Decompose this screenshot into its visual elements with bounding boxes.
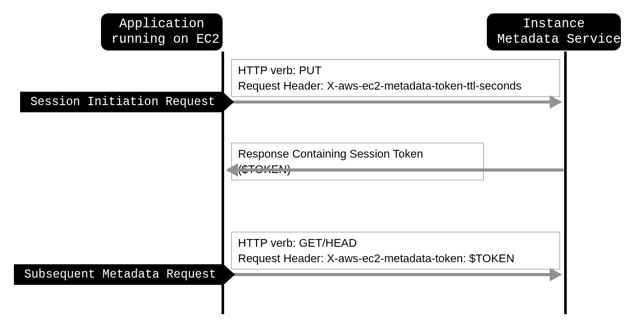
message-put-line2: Request Header: X-aws-ec2-metadata-token… [238,78,553,94]
message-get-request-box: HTTP verb: GET/HEAD Request Header: X-aw… [231,232,560,269]
participant-metadata-service: Instance Metadata Service [487,13,621,50]
arrow-get-request [225,273,560,276]
arrowhead-icon [224,264,235,285]
lifeline-metadata-service [564,52,567,314]
message-get-line2: Request Header: X-aws-ec2-metadata-token… [238,251,553,266]
message-token-response-text: Response Containing Session Token ($TOKE… [238,146,477,177]
sequence-diagram: { "participants": { "left": "Application… [0,0,644,323]
participant-application: Application running on EC2 [101,13,223,50]
side-label-subsequent-request-text: Subsequent Metadata Request [14,264,224,285]
message-put-request-box: HTTP verb: PUT Request Header: X-aws-ec2… [231,59,560,97]
side-label-session-initiation-text: Session Initiation Request [20,92,223,112]
arrowhead-icon [223,92,234,112]
message-token-response-box: Response Containing Session Token ($TOKE… [231,143,484,180]
arrow-put-request [225,100,560,104]
message-get-line1: HTTP verb: GET/HEAD [238,235,553,251]
side-label-subsequent-request: Subsequent Metadata Request [14,264,235,285]
side-label-session-initiation: Session Initiation Request [20,92,234,112]
message-put-line1: HTTP verb: PUT [238,63,553,78]
arrow-token-response [228,168,564,172]
